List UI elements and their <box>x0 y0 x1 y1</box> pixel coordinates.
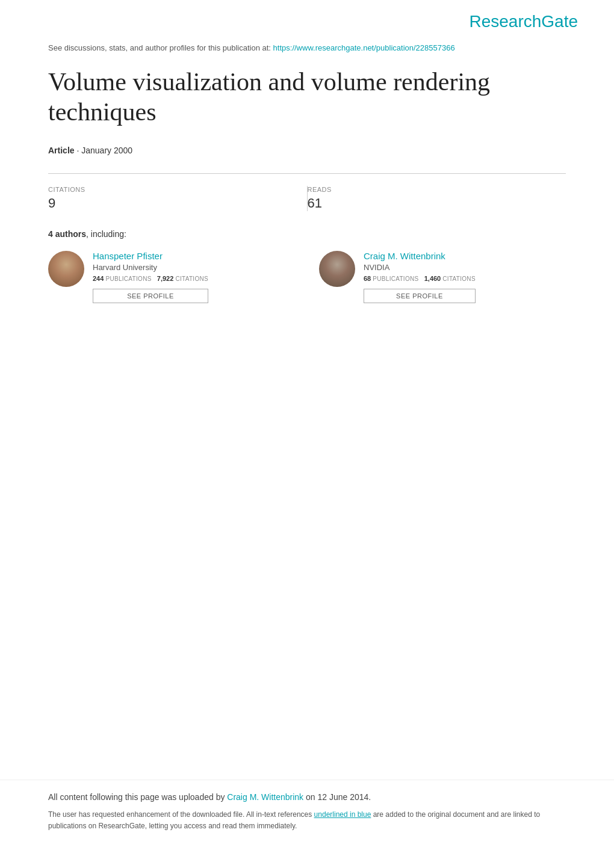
header: ResearchGate <box>0 0 614 43</box>
author-cites-label-wittenbrink: CITATIONS <box>442 275 476 282</box>
upload-suffix: on 12 June 2014. <box>303 792 371 802</box>
citations-label: CITATIONS <box>48 186 307 193</box>
article-meta: Article · January 2000 <box>0 146 614 155</box>
publication-link-section: See discussions, stats, and author profi… <box>0 43 614 52</box>
reads-stat: READS 61 <box>308 186 566 211</box>
stats-row: CITATIONS 9 READS 61 <box>0 186 614 211</box>
author-cites-count-wittenbrink: 1,460 <box>424 275 441 282</box>
citations-stat: CITATIONS 9 <box>48 186 307 211</box>
author-institution-pfister: Harvard University <box>93 263 208 272</box>
author-card-wittenbrink: Craig M. Wittenbrink NVIDIA 68 PUBLICATI… <box>319 251 566 303</box>
see-profile-button-wittenbrink[interactable]: SEE PROFILE <box>364 289 476 303</box>
authors-heading-suffix: , including: <box>86 229 126 239</box>
author-pubs-count-pfister: 244 <box>93 275 104 282</box>
stats-divider-top <box>48 173 566 174</box>
disclaimer-text: The user has requested enhancement of th… <box>48 810 314 819</box>
author-pubs-label-wittenbrink: PUBLICATIONS <box>373 275 418 282</box>
publication-url[interactable]: https://www.researchgate.net/publication… <box>273 43 455 52</box>
author-info-wittenbrink: Craig M. Wittenbrink NVIDIA 68 PUBLICATI… <box>364 251 476 303</box>
author-card-pfister: Hanspeter Pfister Harvard University 244… <box>48 251 295 303</box>
authors-grid: Hanspeter Pfister Harvard University 244… <box>48 251 566 303</box>
upload-prefix: All content following this page was uplo… <box>48 792 227 802</box>
reads-value: 61 <box>308 195 566 211</box>
see-profile-button-pfister[interactable]: SEE PROFILE <box>93 289 208 303</box>
author-name-pfister[interactable]: Hanspeter Pfister <box>93 251 208 261</box>
authors-heading: 4 authors, including: <box>48 229 566 239</box>
footer-disclaimer: The user has requested enhancement of th… <box>48 809 566 832</box>
avatar-pfister <box>48 251 84 287</box>
citations-value: 9 <box>48 195 307 211</box>
publication-link-prefix: See discussions, stats, and author profi… <box>48 43 273 52</box>
authors-section: 4 authors, including: Hanspeter Pfister … <box>0 229 614 303</box>
disclaimer-link[interactable]: underlined in blue <box>314 810 371 819</box>
brand-logo: ResearchGate <box>469 12 578 31</box>
author-name-wittenbrink[interactable]: Craig M. Wittenbrink <box>364 251 476 261</box>
author-cites-count-pfister: 7,922 <box>157 275 174 282</box>
paper-title: Volume visualization and volume renderin… <box>0 67 614 128</box>
article-separator: · <box>75 146 82 155</box>
reads-label: READS <box>308 186 566 193</box>
footer-section: All content following this page was uplo… <box>0 780 614 832</box>
author-stats-pfister: 244 PUBLICATIONS 7,922 CITATIONS <box>93 275 208 282</box>
author-cites-label-pfister: CITATIONS <box>175 275 208 282</box>
author-info-pfister: Hanspeter Pfister Harvard University 244… <box>93 251 208 303</box>
avatar-wittenbrink <box>319 251 355 287</box>
authors-count: 4 authors <box>48 229 86 239</box>
author-institution-wittenbrink: NVIDIA <box>364 263 476 272</box>
author-pubs-count-wittenbrink: 68 <box>364 275 371 282</box>
article-type: Article <box>48 146 75 155</box>
upload-author-link[interactable]: Craig M. Wittenbrink <box>227 792 303 802</box>
author-stats-wittenbrink: 68 PUBLICATIONS 1,460 CITATIONS <box>364 275 476 282</box>
article-date: January 2000 <box>81 146 132 155</box>
footer-upload-text: All content following this page was uplo… <box>48 792 566 802</box>
author-pubs-label-pfister: PUBLICATIONS <box>105 275 151 282</box>
